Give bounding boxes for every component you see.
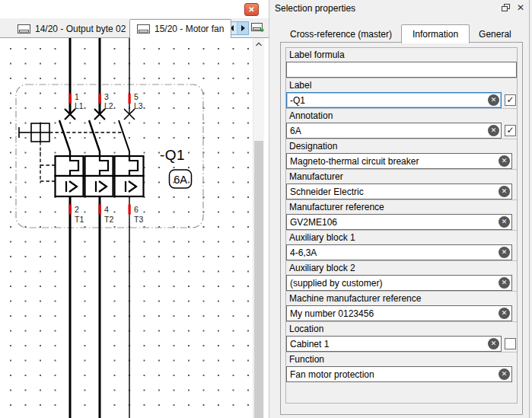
label-apply-checkbox[interactable]: ✓ — [505, 94, 516, 106]
arrow-right-icon — [241, 25, 245, 31]
terminal-number: 1 — [75, 92, 79, 101]
manufacturer-input[interactable] — [287, 184, 511, 199]
tab-output-byte-02[interactable]: 14/20 - Output byte 02 — [11, 21, 132, 37]
auxiliary-block-1-input[interactable] — [287, 245, 511, 260]
field-manufacturer-reference: Manufacturer reference ✕ — [286, 199, 517, 230]
field-label: Location — [286, 321, 517, 336]
terminal-name: L3 — [134, 101, 143, 110]
terminal-number: 4 — [104, 205, 109, 214]
field-auxiliary-block-2: Auxiliary block 2 ✕ — [286, 260, 517, 291]
terminal-name: L2 — [104, 101, 113, 110]
clear-icon[interactable]: ✕ — [488, 338, 499, 349]
location-apply-checkbox[interactable] — [505, 338, 516, 349]
terminal-name: T1 — [75, 215, 84, 224]
location-input[interactable] — [287, 337, 501, 351]
float-panel-icon[interactable] — [502, 4, 511, 12]
component-tag: -Q1 — [160, 147, 185, 163]
field-label: Label — [286, 78, 517, 92]
clear-icon[interactable]: ✕ — [499, 308, 510, 319]
tab-scroll-right-button[interactable] — [237, 22, 248, 34]
terminal-name: T2 — [104, 215, 113, 224]
scroll-up-button[interactable] — [253, 38, 264, 50]
field-label: Auxiliary block 1 — [286, 230, 517, 244]
label-formula-input[interactable] — [287, 62, 516, 77]
terminal-name: L1 — [75, 101, 84, 110]
properties-fields: Label formula Label ✕ ✓ — [285, 47, 518, 404]
document-top-strip: ✕ — [0, 0, 269, 18]
label-input[interactable] — [287, 93, 501, 107]
clear-icon[interactable]: ✕ — [488, 125, 499, 136]
field-auxiliary-block-1: Auxiliary block 1 ✕ — [286, 230, 517, 260]
manufacturer-reference-input[interactable] — [287, 215, 511, 229]
field-machine-manufacturer-reference: Machine manufacturer reference ✕ — [286, 291, 517, 321]
new-page-button[interactable] — [251, 22, 265, 36]
annotation-apply-checkbox[interactable]: ✓ — [505, 125, 516, 136]
annotation-input[interactable] — [287, 123, 501, 138]
panel-close-button[interactable]: ✕ — [517, 3, 524, 12]
field-label: Function — [286, 352, 517, 366]
field-label: Annotation — [286, 108, 517, 123]
clear-icon[interactable]: ✕ — [499, 216, 510, 228]
field-label: Designation — [286, 139, 517, 153]
tab-label: 14/20 - Output byte 02 — [35, 24, 126, 34]
clear-icon[interactable]: ✕ — [499, 247, 510, 258]
terminal-number: 5 — [134, 92, 139, 101]
field-function: Function ✕ — [286, 352, 517, 382]
tab-label: 15/20 - Motor fan — [155, 24, 224, 34]
tab-cross-reference[interactable]: Cross-reference (master) — [281, 27, 401, 43]
tab-general[interactable]: General — [470, 27, 521, 43]
schematic-canvas[interactable]: 1 L1 3 L2 5 L3 2 T1 4 T2 6 T3 -Q1 6A — [0, 38, 253, 418]
clear-icon[interactable]: ✕ — [499, 369, 510, 380]
clear-icon[interactable]: ✕ — [499, 277, 510, 289]
new-page-icon — [251, 22, 265, 33]
panel-frame-line — [529, 0, 530, 418]
auxiliary-block-2-input[interactable] — [287, 276, 511, 290]
designation-input[interactable] — [287, 154, 511, 168]
actuator-handle — [19, 123, 49, 142]
page-icon — [18, 24, 30, 34]
field-annotation: Annotation ✕ ✓ — [286, 108, 517, 139]
terminal-name: T3 — [134, 215, 143, 224]
field-location: Location ✕ — [286, 321, 517, 352]
page-icon — [137, 24, 150, 34]
terminal-number: 2 — [75, 205, 79, 214]
canvas-vertical-scrollbar[interactable] — [253, 38, 264, 418]
document-close-button[interactable]: ✕ — [244, 3, 259, 16]
clear-icon[interactable]: ✕ — [499, 155, 510, 167]
field-designation: Designation ✕ — [286, 139, 517, 169]
terminal-number: 3 — [104, 92, 109, 101]
machine-manufacturer-reference-input[interactable] — [287, 306, 511, 321]
field-label: Manufacturer reference — [286, 199, 517, 214]
clear-icon[interactable]: ✕ — [488, 94, 499, 106]
selection-properties-panel: Selection properties ✕ Cross-reference (… — [269, 0, 532, 418]
field-manufacturer: Manufacturer ✕ — [286, 169, 517, 199]
field-label-formula: Label formula — [286, 48, 517, 78]
scrollbar-thumb[interactable] — [254, 141, 263, 418]
scroll-up-icon — [255, 41, 263, 47]
field-label: Auxiliary block 2 — [286, 260, 517, 275]
application-window: ✕ 14/20 - Output byte 02 15/20 - Motor f… — [0, 0, 532, 418]
clear-icon[interactable]: ✕ — [499, 186, 510, 197]
field-label: Label formula — [286, 48, 517, 62]
tab-motor-fan[interactable]: 15/20 - Motor fan — [129, 19, 231, 38]
information-tab-content: Label formula Label ✕ ✓ — [280, 42, 523, 415]
rating-value: 6A — [174, 174, 187, 186]
circuit-breaker-symbol[interactable]: 1 L1 3 L2 5 L3 2 T1 4 T2 6 T3 -Q1 6A — [0, 38, 253, 418]
tab-information[interactable]: Information — [401, 24, 470, 43]
terminal-number: 6 — [134, 205, 139, 214]
field-label: Manufacturer — [286, 169, 517, 183]
schematic-editor-pane: ✕ 14/20 - Output byte 02 15/20 - Motor f… — [0, 0, 269, 418]
properties-tab-bar: Cross-reference (master) Information Gen… — [281, 24, 521, 43]
page-tab-bar: 14/20 - Output byte 02 15/20 - Motor fan — [0, 18, 269, 38]
function-input[interactable] — [287, 367, 511, 381]
panel-buttons: ✕ — [502, 3, 524, 12]
panel-title: Selection properties — [275, 3, 355, 14]
field-label: Label ✕ ✓ — [286, 78, 517, 108]
field-label: Machine manufacturer reference — [286, 291, 517, 305]
